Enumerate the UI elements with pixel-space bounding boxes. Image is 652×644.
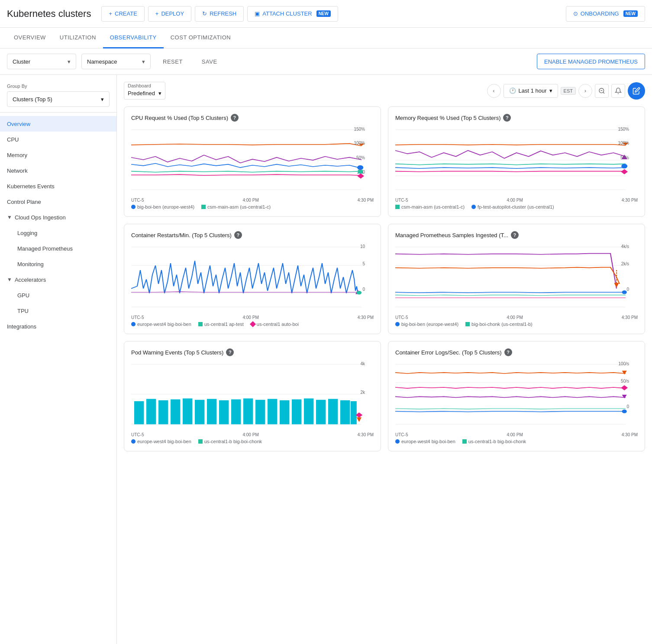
namespace-filter-label: Namespace — [87, 58, 117, 65]
mem-y-100: 100% — [618, 141, 629, 145]
time-prev-button[interactable]: ‹ — [487, 84, 501, 98]
container-restarts-help[interactable]: ? — [234, 231, 242, 239]
sidebar-item-accelerators[interactable]: ▼ Accelerators — [0, 272, 116, 287]
error-x-axis: UTC-5 4:00 PM 4:30 PM — [395, 432, 638, 439]
svg-rect-50 — [280, 400, 289, 424]
cluster-filter-chevron: ▾ — [68, 58, 71, 65]
pod-legend: europe-west4 big-boi-ben us-central1-b b… — [131, 439, 374, 444]
svg-rect-51 — [292, 399, 301, 425]
cpu-request-header: CPU Request % Used (Top 5 Clusters) ? — [131, 114, 374, 122]
tab-overview[interactable]: OVERVIEW — [7, 28, 53, 48]
memory-request-chart: Memory Request % Used (Top 5 Clusters) ? — [388, 106, 645, 217]
cpu-x-axis: UTC-5 4:00 PM 4:30 PM — [131, 198, 374, 204]
dashboard-value: Predefined — [128, 90, 155, 97]
save-button[interactable]: SAVE — [195, 54, 224, 69]
sidebar-item-monitoring[interactable]: Monitoring — [0, 256, 116, 272]
deploy-button[interactable]: + DEPLOY — [148, 6, 191, 22]
cpu-request-area: 150% 100% 50% 0 — [131, 125, 374, 194]
prom-x-axis: UTC-5 4:00 PM 4:30 PM — [395, 315, 638, 322]
zoom-icon-button[interactable] — [595, 84, 609, 98]
svg-rect-40 — [158, 400, 168, 424]
cpu-y-50: 50% — [356, 155, 365, 160]
onboarding-label: ONBOARDING — [581, 10, 619, 17]
time-range-value: Last 1 hour — [519, 87, 547, 94]
namespace-filter-chevron: ▾ — [142, 58, 145, 65]
pod-warning-area: 4k 2k — [131, 360, 374, 429]
prom-y-2k: 2k/s — [621, 261, 629, 266]
sidebar-item-control-plane[interactable]: Control Plane — [0, 194, 116, 209]
dashboard-chevron: ▾ — [158, 90, 161, 97]
group-by-select[interactable]: Clusters (Top 5) ▾ — [7, 91, 110, 107]
memory-x-axis: UTC-5 4:00 PM 4:30 PM — [395, 198, 638, 204]
sidebar-item-integrations[interactable]: Integrations — [0, 319, 116, 334]
est-badge: EST — [561, 87, 576, 95]
svg-rect-52 — [304, 399, 313, 425]
err-y-50: 50/s — [621, 379, 629, 383]
container-restarts-header: Container Restarts/Min. (Top 5 Clusters)… — [131, 231, 374, 239]
svg-marker-63 — [622, 371, 627, 375]
svg-rect-57 — [355, 412, 362, 418]
sidebar-item-overview[interactable]: Overview — [0, 116, 116, 132]
tab-utilization[interactable]: UTILIZATION — [53, 28, 103, 48]
enable-managed-prometheus-button[interactable]: ENABLE MANAGED PROMETHEUS — [537, 54, 645, 69]
sidebar-item-network[interactable]: Network — [0, 163, 116, 178]
svg-marker-65 — [622, 395, 627, 399]
sidebar-item-logging[interactable]: Logging — [0, 225, 116, 241]
memory-request-header: Memory Request % Used (Top 5 Clusters) ? — [395, 114, 638, 122]
restarts-legend: europe-west4 big-boi-ben us-central1 ap-… — [131, 322, 374, 327]
cluster-filter[interactable]: Cluster ▾ — [7, 54, 76, 69]
sidebar-item-cloud-ops-ingestion[interactable]: ▼ Cloud Ops Ingestion — [0, 209, 116, 225]
sidebar-item-managed-prometheus[interactable]: Managed Prometheus — [0, 241, 116, 256]
container-error-help[interactable]: ? — [504, 348, 512, 356]
memory-request-area: 150% 100% 50% — [395, 125, 638, 194]
cpu-request-help[interactable]: ? — [231, 114, 239, 122]
container-error-chart: Container Error Logs/Sec. (Top 5 Cluster… — [388, 341, 645, 451]
accelerators-collapse-icon: ▼ — [7, 277, 12, 283]
onboarding-new-badge: NEW — [623, 10, 638, 17]
tab-observability[interactable]: OBSERVABILITY — [103, 28, 164, 48]
mem-y-50: 50% — [620, 155, 629, 160]
svg-rect-53 — [316, 400, 326, 425]
svg-rect-39 — [146, 399, 156, 425]
err-y-100: 100/s — [619, 361, 629, 366]
svg-rect-46 — [231, 399, 241, 425]
time-range-chevron: ▾ — [549, 87, 552, 94]
sidebar-item-memory[interactable]: Memory — [0, 147, 116, 163]
memory-request-help[interactable]: ? — [503, 114, 511, 122]
svg-rect-44 — [207, 399, 216, 425]
dashboard-select-wrap: Dashboard Predefined ▾ — [124, 82, 165, 100]
edit-button[interactable] — [628, 82, 645, 100]
charts-grid: CPU Request % Used (Top 5 Clusters) ? — [124, 106, 645, 451]
pod-warning-help[interactable]: ? — [226, 348, 234, 356]
namespace-filter[interactable]: Namespace ▾ — [81, 54, 151, 69]
svg-rect-54 — [328, 399, 338, 425]
create-label: CREATE — [115, 10, 137, 17]
svg-rect-42 — [183, 399, 192, 425]
sidebar-item-cpu[interactable]: CPU — [0, 132, 116, 147]
sidebar-item-tpu[interactable]: TPU — [0, 303, 116, 319]
deploy-label: DEPLOY — [161, 10, 184, 17]
refresh-button[interactable]: ↻ REFRESH — [195, 6, 244, 22]
prom-y-4k: 4k/s — [621, 244, 629, 249]
svg-rect-47 — [243, 399, 253, 425]
group-by-section: Group By Clusters (Top 5) ▾ — [0, 78, 116, 113]
attach-cluster-new-badge: NEW — [316, 10, 331, 17]
onboarding-icon: ⊙ — [573, 10, 578, 17]
time-range-button[interactable]: 🕐 Last 1 hour ▾ — [504, 84, 558, 98]
container-error-title: Container Error Logs/Sec. (Top 5 Cluster… — [395, 349, 502, 356]
onboarding-button[interactable]: ⊙ ONBOARDING NEW — [566, 6, 645, 22]
create-button[interactable]: + CREATE — [101, 6, 144, 22]
sidebar-item-gpu[interactable]: GPU — [0, 287, 116, 303]
dashboard-select[interactable]: Predefined ▾ — [128, 88, 161, 98]
svg-point-20 — [621, 164, 627, 169]
tab-cost-optimization[interactable]: COST OPTIMIZATION — [164, 28, 238, 48]
pod-warning-chart: Pod Warning Events (Top 5 Clusters) ? — [124, 341, 381, 451]
refresh-icon: ↻ — [202, 10, 207, 17]
sidebar-item-kubernetes-events[interactable]: Kubernetes Events — [0, 178, 116, 194]
time-next-button[interactable]: › — [578, 84, 592, 98]
alert-icon-button[interactable] — [611, 84, 625, 98]
attach-cluster-button[interactable]: ▣ ATTACH CLUSTER NEW — [247, 6, 338, 22]
group-by-value: Clusters (Top 5) — [13, 96, 52, 103]
reset-button[interactable]: RESET — [156, 54, 190, 69]
managed-prometheus-help[interactable]: ? — [511, 231, 519, 239]
